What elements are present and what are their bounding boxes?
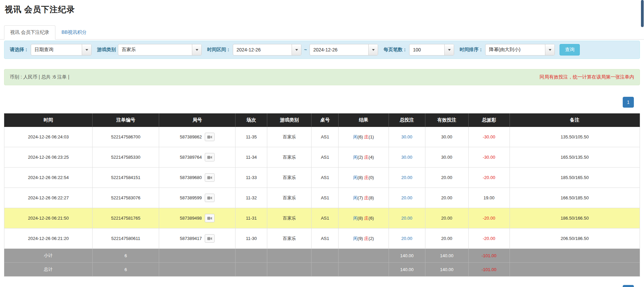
summary-row-label: 小计 — [4, 249, 93, 263]
bet-record-row: 2024-12-26 06:24:03522147586700587389862… — [4, 127, 640, 147]
result-player-score: (7) — [357, 195, 363, 200]
cell-note: 135.50/105.50 — [510, 127, 640, 147]
cell-round: 587389498 — [159, 208, 236, 228]
column-header: 结果 — [339, 114, 389, 127]
round-video-button[interactable] — [205, 234, 215, 243]
summary-cell — [159, 263, 236, 277]
search-button[interactable]: 查询 — [560, 44, 580, 56]
date-to-input[interactable]: 2024-12-26 — [309, 44, 378, 56]
page-size-value: 100 — [410, 44, 444, 55]
cell-table-no: AS1 — [312, 147, 339, 168]
date-to-value: 2024-12-26 — [310, 44, 368, 55]
round-number: 587389599 — [180, 195, 202, 200]
column-header: 总派彩 — [468, 114, 510, 127]
bet-record-row: 2024-12-26 06:21:50522147581765587389498… — [4, 208, 640, 228]
round-number: 587389417 — [180, 236, 202, 241]
game-type-select[interactable]: 百家乐 — [118, 44, 202, 56]
round-number: 587389680 — [180, 175, 202, 180]
cell-session: 11-31 — [236, 208, 267, 228]
result-banker-label: 庄 — [364, 155, 369, 160]
result-player-score: (8) — [357, 216, 363, 221]
column-header: 局号 — [159, 114, 236, 127]
cell-total-bet[interactable]: 30.00 — [389, 127, 425, 147]
date-range-separator: ~ — [303, 47, 307, 52]
round-video-button[interactable] — [205, 153, 215, 161]
cell-total-bet[interactable]: 20.00 — [389, 228, 425, 249]
summary-bar: 币别 : 人民币 | 总共 :6 注单 | 同局有效投注，统一计算在该局第一张注… — [4, 69, 640, 85]
cell-time: 2024-12-26 06:21:50 — [4, 208, 93, 228]
cell-total-bet[interactable]: 20.00 — [389, 208, 425, 228]
result-player-label: 闲 — [353, 134, 357, 139]
page-title: 视讯 会员下注纪录 — [0, 0, 644, 15]
result-banker-score: (8) — [369, 195, 374, 200]
cell-valid-bet: 30.00 — [425, 147, 468, 168]
result-banker-label: 庄 — [364, 195, 369, 200]
cell-note: 186.50/166.50 — [510, 208, 640, 228]
column-header: 游戏类别 — [267, 114, 312, 127]
cell-round: 587389862 — [159, 127, 236, 147]
page-size-select[interactable]: 100 — [409, 44, 454, 56]
game-type-label: 游戏类别 — [97, 47, 116, 53]
page-1-button[interactable]: 1 — [623, 97, 634, 108]
cell-total-bet[interactable]: 30.00 — [389, 147, 425, 168]
result-banker-score: (6) — [369, 216, 374, 221]
chevron-down-icon[interactable] — [292, 44, 301, 55]
chevron-down-icon[interactable] — [192, 44, 201, 55]
summary-cell: -101.00 — [468, 263, 510, 277]
date-from-input[interactable]: 2024-12-26 — [233, 44, 301, 56]
page: 视讯 会员下注纪录 视讯 会员下注纪录 BB视讯积分 请选择： 日期查询 游戏类… — [0, 0, 644, 287]
chevron-down-icon[interactable] — [82, 44, 91, 55]
cell-total-bet[interactable]: 20.00 — [389, 188, 425, 208]
round-number: 587389862 — [180, 134, 202, 139]
date-from-value: 2024-12-26 — [233, 44, 292, 55]
column-header: 注单编号 — [93, 114, 159, 127]
date-range-label: 时间区间： — [207, 47, 231, 53]
cell-bet-id: 522147580611 — [93, 228, 159, 249]
cell-payout: 19.00 — [468, 188, 510, 208]
summary-row-label: 总计 — [4, 263, 93, 277]
round-number: 587389498 — [180, 216, 202, 221]
scrollbar-thumb[interactable] — [641, 0, 644, 27]
cell-bet-id: 522147584151 — [93, 168, 159, 188]
round-video-button[interactable] — [205, 214, 215, 222]
cell-round: 587389417 — [159, 228, 236, 249]
result-player-label: 闲 — [353, 236, 357, 241]
summary-cell — [312, 249, 339, 263]
cell-valid-bet: 20.00 — [425, 168, 468, 188]
cell-game-type: 百家乐 — [267, 188, 312, 208]
tab-betting-records[interactable]: 视讯 会员下注纪录 — [4, 25, 55, 40]
chevron-down-icon[interactable] — [444, 44, 454, 55]
result-player-score: (6) — [357, 134, 363, 139]
chevron-down-icon[interactable] — [368, 44, 378, 55]
scrollbar[interactable] — [641, 0, 644, 287]
cell-valid-bet: 30.00 — [425, 127, 468, 147]
result-player-score: (9) — [357, 236, 363, 241]
query-type-label: 请选择： — [10, 47, 29, 53]
cell-result: 闲(2) 庄(4) — [339, 147, 389, 168]
summary-cell: 140.00 — [389, 263, 425, 277]
summary-cell — [236, 263, 267, 277]
page-size-label: 每页笔数： — [383, 47, 407, 53]
round-video-button[interactable] — [205, 133, 215, 141]
cell-result: 闲(9) 庄(2) — [339, 228, 389, 249]
page-1-button-bottom[interactable]: 1 — [623, 285, 634, 287]
cell-payout: -20.00 — [468, 208, 510, 228]
round-video-button[interactable] — [205, 194, 215, 202]
result-banker-label: 庄 — [364, 175, 369, 180]
column-header: 备注 — [510, 114, 640, 127]
table-footer: 小计6140.00140.00-101.00总计6140.00140.00-10… — [4, 249, 640, 277]
cell-result: 闲(8) 庄(6) — [339, 208, 389, 228]
cell-payout: -20.00 — [468, 228, 510, 249]
cell-total-bet[interactable]: 20.00 — [389, 168, 425, 188]
sort-order-select[interactable]: 降幂(由大到小) — [485, 44, 555, 56]
chevron-down-icon[interactable] — [545, 44, 554, 55]
bet-record-row: 2024-12-26 06:23:25522147585330587389764… — [4, 147, 640, 168]
cell-valid-bet: 20.00 — [425, 228, 468, 249]
result-player-label: 闲 — [353, 195, 357, 200]
cell-time: 2024-12-26 06:22:54 — [4, 168, 93, 188]
round-video-button[interactable] — [205, 173, 215, 182]
cell-payout: -30.00 — [468, 147, 510, 168]
tab-bb-video-points[interactable]: BB视讯积分 — [55, 25, 93, 40]
query-type-select[interactable]: 日期查询 — [31, 44, 92, 56]
summary-cell — [510, 249, 640, 263]
